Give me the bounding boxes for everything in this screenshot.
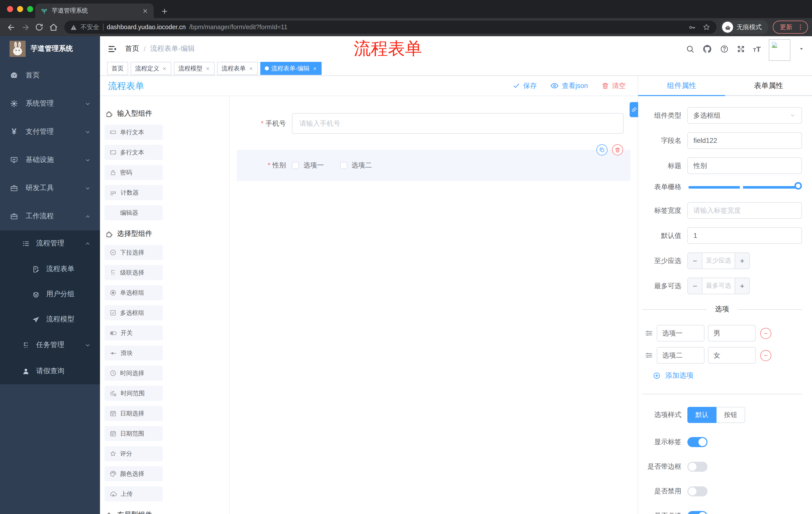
sidebar-item-task-mgmt[interactable]: 任务管理 [0, 332, 100, 358]
key-icon[interactable] [688, 23, 696, 31]
component-single-text[interactable]: 单行文本 [105, 125, 163, 140]
avatar[interactable] [769, 39, 790, 61]
drag-handle-icon[interactable] [645, 351, 653, 360]
breadcrumb-home[interactable]: 首页 [125, 44, 139, 53]
required-switch[interactable] [687, 511, 707, 514]
tab-component-props[interactable]: 组件属性 [638, 76, 725, 96]
tag-close-icon[interactable] [162, 66, 167, 71]
component-checkbox-group[interactable]: 多选框组 [105, 305, 163, 320]
sidebar-item-leave-query[interactable]: 请假查询 [0, 358, 100, 384]
drag-handle-icon[interactable] [645, 329, 653, 337]
component-editor[interactable]: 编辑器 [105, 205, 163, 220]
selected-component-gender[interactable]: 性别 选项一 选项二 [237, 150, 631, 181]
sidebar-item-process-mgmt[interactable]: 流程管理 [0, 231, 100, 256]
tab-close-icon[interactable] [142, 8, 148, 14]
option-value-input[interactable] [708, 347, 756, 363]
component-color-picker[interactable]: 颜色选择 [105, 466, 163, 481]
sidebar-item-process-form[interactable]: 流程表单 [0, 256, 100, 282]
gender-option-2[interactable]: 选项二 [340, 161, 372, 170]
reload-icon[interactable] [32, 20, 46, 34]
stepper-value[interactable]: 最多可选 [702, 278, 735, 294]
url-bar[interactable]: 不安全 dashboard.yudao.iocoder.cn/bpm/manag… [64, 21, 717, 34]
tag-close-icon[interactable] [205, 66, 210, 71]
sidebar-item-devtools[interactable]: 研发工具 [0, 174, 100, 202]
component-multi-text[interactable]: 多行文本 [105, 145, 163, 160]
component-upload[interactable]: 上传 [105, 486, 163, 502]
tag-process-form[interactable]: 流程表单 [217, 62, 258, 75]
link-tab[interactable] [630, 102, 638, 117]
tag-close-icon[interactable] [249, 66, 253, 71]
font-size-icon[interactable]: TT [753, 45, 761, 53]
component-counter[interactable]: 计数器 [105, 185, 163, 200]
sidebar-item-home[interactable]: 首页 [0, 61, 100, 89]
back-icon[interactable] [4, 20, 18, 34]
border-switch[interactable] [687, 462, 707, 472]
checkbox[interactable] [292, 162, 299, 169]
help-icon[interactable] [720, 45, 728, 53]
zoom-window-button[interactable] [27, 6, 33, 12]
stepper-plus-button[interactable]: + [735, 253, 749, 269]
component-date-range[interactable]: 日期范围 [105, 426, 163, 441]
tag-home[interactable]: 首页 [107, 62, 128, 75]
stepper-value[interactable]: 至少应选 [702, 253, 735, 269]
tag-process-form-edit[interactable]: 流程表单-编辑 [260, 62, 322, 75]
sidebar-item-workflow[interactable]: 工作流程 [0, 202, 100, 231]
component-time-picker[interactable]: 时间选择 [105, 366, 163, 381]
sidebar-logo[interactable]: 芋道管理系统 [0, 36, 100, 61]
style-default-button[interactable]: 默认 [687, 407, 717, 423]
avatar-caret-down-icon[interactable] [799, 46, 805, 52]
github-icon[interactable] [702, 44, 712, 54]
forward-icon[interactable] [18, 20, 32, 34]
sidebar-item-process-model[interactable]: 流程模型 [0, 307, 100, 332]
disabled-switch[interactable] [687, 486, 707, 496]
browser-tab[interactable]: 芋道管理系统 [35, 3, 154, 18]
form-canvas[interactable]: 手机号 请输入手机号 [230, 96, 638, 514]
component-cascader[interactable]: 级联选择 [105, 265, 163, 280]
default-value-input[interactable] [687, 227, 802, 244]
comp-type-select[interactable]: 多选框组 [687, 107, 802, 124]
copy-component-button[interactable] [597, 144, 608, 155]
delete-component-button[interactable] [612, 144, 623, 155]
browser-menu-dots-icon[interactable] [797, 24, 804, 31]
label-width-input[interactable] [687, 202, 802, 219]
sidebar-item-system[interactable]: 系统管理 [0, 89, 100, 118]
tag-process-definition[interactable]: 流程定义 [130, 62, 171, 75]
sidebar-item-infra[interactable]: 基础设施 [0, 146, 100, 174]
save-button[interactable]: 保存 [513, 81, 536, 90]
field-name-input[interactable] [687, 132, 802, 149]
sidebar-item-payment[interactable]: ¥ 支付管理 [0, 118, 100, 146]
title-input[interactable] [687, 157, 802, 174]
fullscreen-icon[interactable] [736, 45, 745, 53]
clear-button[interactable]: 清空 [602, 81, 626, 90]
component-switch[interactable]: 开关 [105, 325, 163, 341]
component-slider[interactable]: 滑块 [105, 346, 163, 360]
show-label-switch[interactable] [687, 437, 707, 447]
search-icon[interactable] [686, 45, 694, 53]
tab-form-props[interactable]: 表单属性 [725, 76, 812, 95]
browser-update-button[interactable]: 更新 [773, 21, 808, 34]
bookmark-star-icon[interactable] [702, 23, 710, 31]
view-json-button[interactable]: 查看json [550, 81, 588, 90]
stepper-plus-button[interactable]: + [735, 278, 749, 294]
phone-input[interactable]: 请输入手机号 [292, 113, 624, 134]
home-icon[interactable] [46, 20, 60, 34]
field-phone[interactable]: 手机号 请输入手机号 [237, 113, 624, 134]
option-label-input[interactable] [657, 347, 704, 363]
stepper-minus-button[interactable]: − [688, 253, 702, 269]
stepper-minus-button[interactable]: − [688, 278, 702, 294]
option-value-input[interactable] [708, 325, 756, 342]
component-radio-group[interactable]: 单选框组 [105, 285, 163, 300]
sidebar-item-user-group[interactable]: 用户分组 [0, 282, 100, 307]
close-window-button[interactable] [7, 6, 13, 12]
component-date-picker[interactable]: 日期选择 [105, 406, 163, 421]
tag-close-icon[interactable] [313, 66, 317, 71]
component-password[interactable]: 密码 [105, 165, 163, 180]
option-label-input[interactable] [657, 325, 704, 342]
component-time-range[interactable]: 时间范围 [105, 386, 163, 401]
gender-option-1[interactable]: 选项一 [292, 161, 324, 170]
slider-handle[interactable] [794, 182, 802, 189]
sidebar-fold-icon[interactable] [108, 44, 117, 54]
new-tab-button[interactable] [161, 7, 168, 15]
style-button-button[interactable]: 按钮 [717, 407, 745, 423]
minimize-window-button[interactable] [17, 6, 23, 12]
